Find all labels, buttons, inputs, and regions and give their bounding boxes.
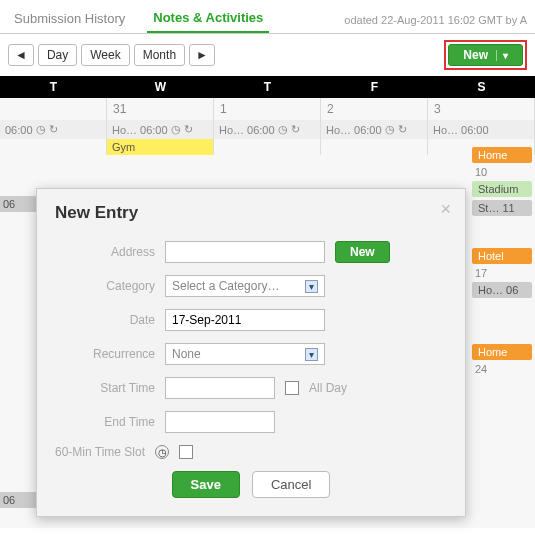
view-month[interactable]: Month	[134, 44, 185, 66]
left-time-col: 06 06	[0, 98, 38, 528]
time-cell: Ho… 06:00 ◷ ↻	[321, 120, 428, 139]
empty-cell	[321, 139, 428, 155]
view-week[interactable]: Week	[81, 44, 129, 66]
home-chip: Ho…	[112, 124, 137, 136]
new-button-highlight: New ▾	[444, 40, 527, 70]
chip-hotel[interactable]: Hotel	[472, 248, 532, 264]
allday-label: All Day	[309, 381, 347, 395]
refresh-icon: ↻	[291, 123, 300, 136]
refresh-icon: ↻	[398, 123, 407, 136]
category-select[interactable]: Select a Category… ▾	[165, 275, 325, 297]
category-value: Select a Category…	[172, 279, 279, 293]
clock-icon: ◷	[155, 445, 169, 459]
new-entry-modal: × New Entry Address New Category Select …	[36, 188, 466, 517]
daynum: 31	[107, 98, 214, 120]
start-time-input[interactable]	[165, 377, 275, 399]
address-new-button[interactable]: New	[335, 241, 390, 263]
cancel-button[interactable]: Cancel	[252, 471, 330, 498]
col-w: W	[107, 76, 214, 98]
daynum: 24	[469, 363, 535, 375]
side-strip: Home 10 Stadium St… 11 Hotel 17 Ho… 06 H…	[469, 98, 535, 528]
clock-icon: ◷	[385, 123, 395, 136]
clock-icon: ◷	[171, 123, 181, 136]
end-time-input[interactable]	[165, 411, 275, 433]
left-time: 06	[0, 196, 38, 212]
new-button-label: New	[463, 48, 488, 62]
label-address: Address	[55, 245, 155, 259]
home-chip: Ho…	[433, 124, 458, 136]
label-category: Category	[55, 279, 155, 293]
home-chip: Ho…	[326, 124, 351, 136]
time-label: 06:00	[354, 124, 382, 136]
recurrence-value: None	[172, 347, 201, 361]
chevron-down-icon: ▾	[305, 348, 318, 361]
chevron-down-icon[interactable]: ▾	[496, 50, 508, 61]
chip-ho[interactable]: Ho… 06	[472, 282, 532, 298]
label-start: Start Time	[55, 381, 155, 395]
slot-checkbox[interactable]	[179, 445, 193, 459]
time-cell: Ho… 06:00 ◷ ↻	[214, 120, 321, 139]
date-input[interactable]	[165, 309, 325, 331]
refresh-icon: ↻	[184, 123, 193, 136]
save-button[interactable]: Save	[172, 471, 240, 498]
view-day[interactable]: Day	[38, 44, 77, 66]
close-icon[interactable]: ×	[440, 199, 451, 220]
recurrence-select[interactable]: None ▾	[165, 343, 325, 365]
tab-submission-history[interactable]: Submission History	[8, 7, 131, 32]
daynum: 17	[469, 267, 535, 279]
chevron-down-icon: ▾	[305, 280, 318, 293]
address-input[interactable]	[165, 241, 325, 263]
chip-stadium2[interactable]: St… 11	[472, 200, 532, 216]
time-label: 06:00	[140, 124, 168, 136]
updated-timestamp: odated 22-Aug-2011 16:02 GMT by A	[344, 14, 527, 26]
tab-notes-activities[interactable]: Notes & Activities	[147, 6, 269, 33]
daynum: 2	[321, 98, 428, 120]
calendar-header: T W T F S	[0, 76, 535, 98]
daynum: 1	[214, 98, 321, 120]
label-date: Date	[55, 313, 155, 327]
label-slot: 60-Min Time Slot	[55, 445, 145, 459]
col-t: T	[0, 76, 107, 98]
col-s: S	[428, 76, 535, 98]
refresh-icon: ↻	[49, 123, 58, 136]
label-recurrence: Recurrence	[55, 347, 155, 361]
gym-chip[interactable]: Gym	[107, 139, 214, 155]
prev-button[interactable]: ◄	[8, 44, 34, 66]
col-t2: T	[214, 76, 321, 98]
daynum: 10	[469, 166, 535, 178]
modal-title: New Entry	[55, 203, 447, 223]
left-time: 06	[0, 492, 38, 508]
clock-icon: ◷	[278, 123, 288, 136]
chip-home2[interactable]: Home	[472, 344, 532, 360]
chip-stadium[interactable]: Stadium	[472, 181, 532, 197]
new-button[interactable]: New ▾	[448, 44, 523, 66]
col-f: F	[321, 76, 428, 98]
label-end: End Time	[55, 415, 155, 429]
empty-cell	[214, 139, 321, 155]
home-chip: Ho…	[219, 124, 244, 136]
next-button[interactable]: ►	[189, 44, 215, 66]
time-cell: Ho… 06:00 ◷ ↻	[107, 120, 214, 139]
chip-home[interactable]: Home	[472, 147, 532, 163]
allday-checkbox[interactable]	[285, 381, 299, 395]
time-label: 06:00	[247, 124, 275, 136]
